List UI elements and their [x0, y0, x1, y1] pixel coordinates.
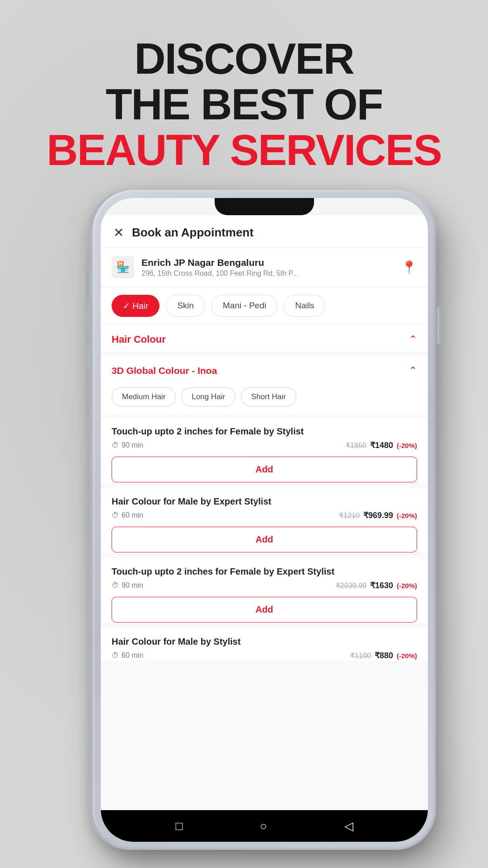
scroll-content: Hair Colour ⌃ 3D Global Colour - Inoa ⌃ … [101, 325, 428, 810]
service-item-1: Touch-up upto 2 inches for Female by Sty… [101, 418, 428, 482]
clock-icon-3: ⏱ [112, 581, 119, 590]
filter-long-hair[interactable]: Long Hair [181, 387, 235, 406]
salon-details: Enrich JP Nagar Bengaluru 296, 15th Cros… [141, 257, 394, 278]
original-price-3: ₹2039.99 [336, 581, 366, 590]
tab-mani-pedi[interactable]: Mani - Pedi [211, 295, 277, 317]
close-button[interactable]: ✕ [113, 225, 124, 240]
filter-medium-hair[interactable]: Medium Hair [112, 387, 176, 406]
divider-2 [112, 554, 417, 555]
phone-notch [215, 198, 314, 215]
tab-nails[interactable]: Nails [284, 295, 325, 317]
tab-hair[interactable]: ✓ Hair [112, 295, 160, 317]
nav-square-icon[interactable]: □ [175, 819, 183, 833]
location-icon[interactable]: 📍 [401, 260, 417, 275]
salon-info-bar: 🏪 Enrich JP Nagar Bengaluru 296, 15th Cr… [101, 248, 428, 288]
discounted-price-4: ₹880 [375, 651, 393, 660]
original-price-1: ₹1850 [346, 441, 366, 450]
discount-badge-1: (-20%) [397, 442, 417, 449]
original-price-2: ₹1210 [339, 511, 360, 520]
section-title: Hair Colour [112, 334, 166, 345]
hair-colour-section-header[interactable]: Hair Colour ⌃ [101, 325, 428, 353]
collapse-icon[interactable]: ⌃ [409, 334, 417, 345]
add-button-2[interactable]: Add [112, 527, 417, 552]
phone-frame: ✕ Book an Appointment 🏪 Enrich JP Nagar … [93, 190, 436, 850]
salon-name: Enrich JP Nagar Bengaluru [141, 257, 394, 268]
salon-address: 296, 15th Cross Road, 100 Feet Ring Rd, … [141, 269, 394, 278]
service-meta-4: ⏱ 60 min ₹1100 ₹880 (-20%) [112, 651, 417, 660]
nav-circle-icon[interactable]: ○ [260, 819, 267, 833]
header-title: Book an Appointment [132, 226, 253, 240]
divider-1 [112, 484, 417, 485]
service-meta-2: ⏱ 60 min ₹1210 ₹969.99 (-20%) [112, 510, 417, 520]
service-item-3: Touch-up upto 2 inches for Female by Exp… [101, 558, 428, 623]
service-name-4: Hair Colour for Male by Stylist [112, 637, 417, 647]
hero-line-2: THE BEST OF [0, 82, 488, 127]
bottom-nav: □ ○ ◁ [101, 810, 428, 842]
service-price-1: ₹1850 ₹1480 (-20%) [346, 440, 417, 450]
service-item-2: Hair Colour for Male by Expert Stylist ⏱… [101, 488, 428, 552]
clock-icon-2: ⏱ [112, 511, 119, 519]
original-price-4: ₹1100 [350, 651, 371, 660]
service-price-4: ₹1100 ₹880 (-20%) [350, 651, 417, 660]
filter-short-hair[interactable]: Short Hair [241, 387, 296, 406]
subsection-title: 3D Global Colour - Inoa [112, 365, 217, 376]
subsection-collapse-icon[interactable]: ⌃ [409, 365, 417, 377]
discounted-price-3: ₹1630 [370, 580, 393, 590]
service-time-2: ⏱ 60 min [112, 511, 143, 519]
service-time-4: ⏱ 60 min [112, 651, 143, 660]
filter-pills: Medium Hair Long Hair Short Hair [101, 383, 428, 415]
divider-3 [112, 624, 417, 625]
discounted-price-2: ₹969.99 [363, 510, 393, 520]
hero-line-3: BEAUTY SERVICES [0, 127, 488, 173]
phone-screen: ✕ Book an Appointment 🏪 Enrich JP Nagar … [101, 198, 428, 842]
service-time-3: ⏱ 90 min [112, 581, 143, 590]
app-header: ✕ Book an Appointment [101, 215, 428, 248]
subsection-header[interactable]: 3D Global Colour - Inoa ⌃ [101, 357, 428, 383]
service-meta-3: ⏱ 90 min ₹2039.99 ₹1630 (-20%) [112, 580, 417, 590]
hero-line-1: DISCOVER [0, 36, 488, 82]
service-price-2: ₹1210 ₹969.99 (-20%) [339, 510, 417, 520]
app-screen: ✕ Book an Appointment 🏪 Enrich JP Nagar … [101, 215, 428, 842]
service-price-3: ₹2039.99 ₹1630 (-20%) [336, 580, 417, 590]
clock-icon-1: ⏱ [112, 441, 119, 449]
salon-store-icon: 🏪 [112, 256, 134, 278]
service-item-4: Hair Colour for Male by Stylist ⏱ 60 min… [101, 628, 428, 660]
clock-icon-4: ⏱ [112, 651, 119, 660]
service-name-1: Touch-up upto 2 inches for Female by Sty… [112, 426, 417, 437]
discount-badge-4: (-20%) [397, 652, 417, 660]
hero-section: DISCOVER THE BEST OF BEAUTY SERVICES [0, 36, 488, 173]
add-button-3[interactable]: Add [112, 597, 417, 623]
add-button-1[interactable]: Add [112, 457, 417, 482]
discount-badge-3: (-20%) [397, 582, 417, 590]
category-tabs: ✓ Hair Skin Mani - Pedi Nails [101, 288, 428, 325]
tab-skin[interactable]: Skin [166, 295, 205, 317]
discounted-price-1: ₹1480 [370, 440, 393, 450]
service-name-2: Hair Colour for Male by Expert Stylist [112, 496, 417, 507]
checkmark-icon: ✓ [123, 301, 132, 311]
phone-mockup: ✕ Book an Appointment 🏪 Enrich JP Nagar … [63, 190, 465, 859]
nav-back-icon[interactable]: ◁ [344, 819, 353, 833]
service-meta-1: ⏱ 90 min ₹1850 ₹1480 (-20%) [112, 440, 417, 450]
service-time-1: ⏱ 90 min [112, 441, 143, 449]
service-name-3: Touch-up upto 2 inches for Female by Exp… [112, 566, 417, 577]
discount-badge-2: (-20%) [397, 512, 417, 519]
